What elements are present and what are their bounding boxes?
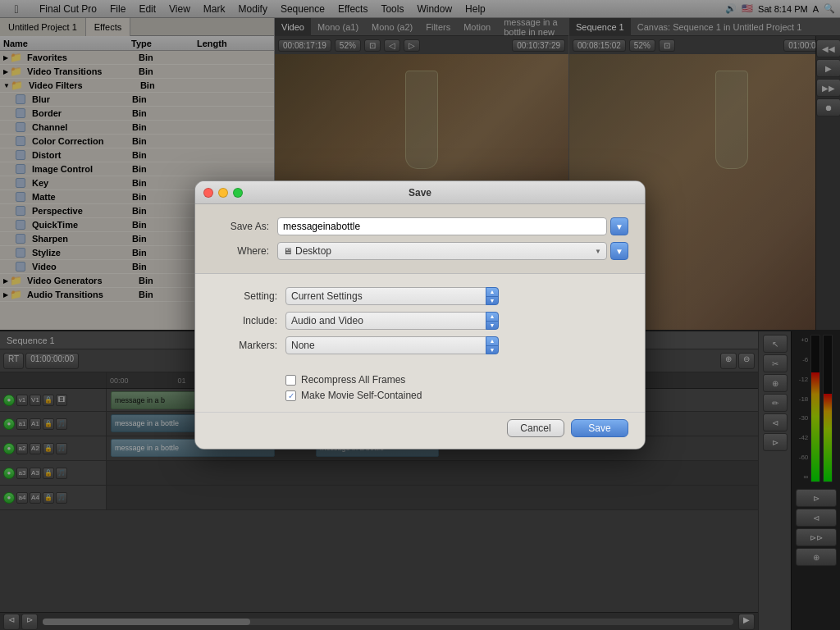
save-as-row: Save As: ▼ [212, 217, 628, 235]
include-stepper-up[interactable]: ▲ [486, 313, 498, 322]
where-row: Where: 🖥 Desktop ▼ [212, 242, 628, 260]
modal-overlay: Save Save As: ▼ Where: 🖥 Desktop ▼ Sett [0, 0, 840, 630]
markers-stepper[interactable]: ▲ ▼ [486, 336, 499, 354]
recompress-row: Recompress All Frames [285, 374, 628, 386]
stepper-down-icon[interactable]: ▼ [486, 297, 498, 305]
save-button[interactable]: Save [571, 419, 628, 437]
setting-stepper[interactable]: ▲ ▼ [486, 287, 499, 305]
self-contained-label: Make Movie Self-Contained [301, 390, 422, 401]
recompress-checkbox[interactable] [285, 375, 296, 386]
desktop-icon: 🖥 [283, 246, 292, 256]
dialog-maximize-btn[interactable] [233, 188, 243, 198]
markers-stepper-up[interactable]: ▲ [486, 337, 498, 346]
traffic-lights [203, 188, 243, 198]
setting-label: Setting: [212, 290, 285, 302]
include-select[interactable]: Audio and Video [285, 312, 499, 330]
dialog-title: Save [409, 187, 431, 199]
dialog-minimize-btn[interactable] [218, 188, 228, 198]
include-stepper[interactable]: ▲ ▼ [486, 312, 499, 330]
include-value: Audio and Video [291, 315, 363, 326]
include-select-wrapper: Audio and Video ▲ ▼ [285, 312, 499, 330]
recompress-label: Recompress All Frames [301, 374, 405, 386]
where-select[interactable]: 🖥 Desktop [277, 242, 607, 260]
filename-input[interactable] [277, 217, 607, 235]
where-label: Where: [212, 245, 277, 257]
markers-select[interactable]: None [285, 336, 499, 354]
include-label: Include: [212, 315, 285, 326]
markers-label: Markers: [212, 340, 285, 351]
where-dropdown-btn[interactable]: ▼ [610, 242, 628, 260]
dialog-close-btn[interactable] [203, 188, 213, 198]
dialog-buttons: Cancel Save [195, 412, 645, 449]
markers-value: None [291, 340, 315, 351]
save-dialog: Save Save As: ▼ Where: 🖥 Desktop ▼ Sett [194, 180, 646, 450]
filename-dropdown-btn[interactable]: ▼ [610, 217, 628, 235]
stepper-up-icon[interactable]: ▲ [486, 288, 498, 297]
markers-row: Markers: None ▲ ▼ [212, 336, 628, 354]
dialog-settings: Setting: Current Settings ▲ ▼ Include: A… [195, 274, 645, 371]
cancel-button[interactable]: Cancel [507, 419, 564, 437]
where-value: Desktop [295, 245, 331, 257]
setting-value: Current Settings [291, 290, 363, 302]
self-contained-row: ✓ Make Movie Self-Contained [285, 390, 628, 401]
setting-select[interactable]: Current Settings [285, 287, 499, 305]
dialog-titlebar: Save [195, 181, 645, 204]
setting-select-wrapper: Current Settings ▲ ▼ [285, 287, 499, 305]
self-contained-checkbox[interactable]: ✓ [285, 390, 296, 401]
dialog-top: Save As: ▼ Where: 🖥 Desktop ▼ [195, 204, 645, 273]
include-row: Include: Audio and Video ▲ ▼ [212, 312, 628, 330]
markers-select-wrapper: None ▲ ▼ [285, 336, 499, 354]
setting-row: Setting: Current Settings ▲ ▼ [212, 287, 628, 305]
include-stepper-down[interactable]: ▼ [486, 322, 498, 330]
save-as-label: Save As: [212, 221, 277, 232]
dialog-checkboxes: Recompress All Frames ✓ Make Movie Self-… [195, 371, 645, 412]
markers-stepper-down[interactable]: ▼ [486, 346, 498, 354]
